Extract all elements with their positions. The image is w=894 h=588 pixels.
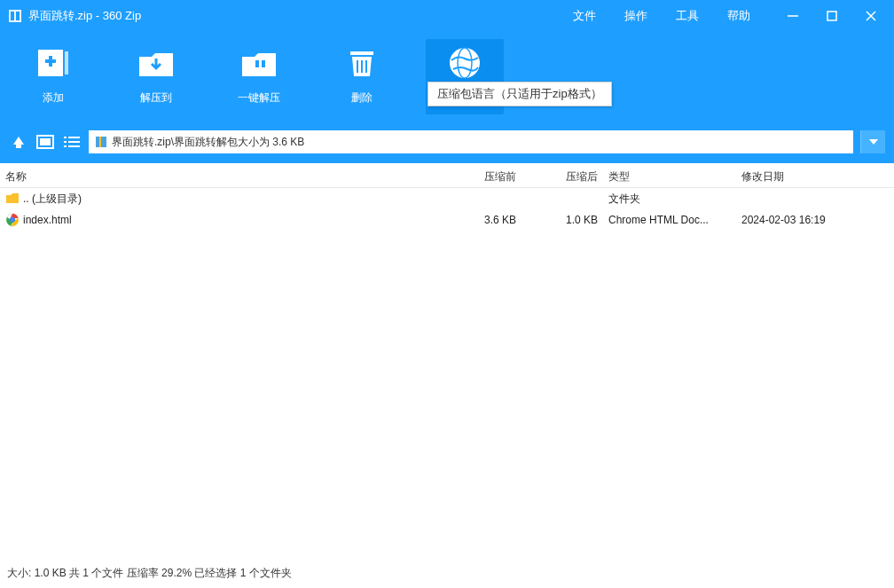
file-before: 3.6 KB xyxy=(445,214,522,226)
svg-rect-2 xyxy=(16,12,20,20)
file-after: 1.0 KB xyxy=(522,214,603,226)
status-bar: 大小: 1.0 KB 共 1 个文件 压缩率 29.2% 已经选择 1 个文件夹 xyxy=(0,562,894,584)
file-list: .. (上级目录) 文件夹 index.html 3.6 KB 1.0 KB C… xyxy=(0,188,894,569)
add-button[interactable]: 添加 xyxy=(27,44,80,106)
folder-icon xyxy=(5,192,20,206)
svg-rect-25 xyxy=(64,145,67,147)
extract-to-button[interactable]: 解压到 xyxy=(129,44,183,106)
navbar: 界面跳转.zip\界面跳转解包大小为 3.6 KB xyxy=(0,128,894,163)
one-click-icon xyxy=(239,44,279,82)
one-click-label: 一键解压 xyxy=(238,90,280,106)
delete-label: 删除 xyxy=(351,90,372,106)
svg-rect-12 xyxy=(262,60,265,67)
svg-rect-11 xyxy=(255,60,259,67)
svg-rect-22 xyxy=(68,137,80,138)
zip-icon xyxy=(94,135,108,149)
column-headers: 名称 压缩前 压缩后 类型 修改日期 xyxy=(0,163,894,188)
svg-rect-4 xyxy=(827,12,836,20)
path-input[interactable]: 界面跳转.zip\界面跳转解包大小为 3.6 KB xyxy=(89,130,853,153)
view-list-button[interactable] xyxy=(62,132,82,152)
add-icon xyxy=(33,44,74,82)
globe-icon xyxy=(444,44,485,82)
header-type[interactable]: 类型 xyxy=(603,169,736,184)
parent-dir-row[interactable]: .. (上级目录) 文件夹 xyxy=(0,188,894,209)
svg-rect-1 xyxy=(11,12,14,20)
extract-to-icon xyxy=(136,44,176,82)
svg-rect-20 xyxy=(40,138,51,145)
minimize-button[interactable] xyxy=(786,9,800,23)
status-text: 大小: 1.0 KB 共 1 个文件 压缩率 29.2% 已经选择 1 个文件夹 xyxy=(7,567,292,579)
header-before[interactable]: 压缩前 xyxy=(445,169,522,184)
menu-file[interactable]: 文件 xyxy=(573,8,596,24)
file-date: 2024-02-03 16:19 xyxy=(736,214,894,226)
delete-icon xyxy=(341,44,382,82)
up-button[interactable] xyxy=(9,132,28,152)
chrome-icon xyxy=(5,213,20,227)
toolbar: 添加 解压到 一键解压 删除 压缩包语言 压缩包语言（只适用于zip格式） xyxy=(0,32,894,128)
parent-dir-name: .. (上级目录) xyxy=(23,192,82,207)
menu-bar: 文件 操作 工具 帮助 xyxy=(573,8,786,24)
header-after[interactable]: 压缩后 xyxy=(522,169,603,184)
window-title: 界面跳转.zip - 360 Zip xyxy=(28,8,141,24)
path-text: 界面跳转.zip\界面跳转解包大小为 3.6 KB xyxy=(112,135,304,150)
svg-rect-23 xyxy=(64,141,67,143)
svg-rect-28 xyxy=(99,137,101,147)
file-type: Chrome HTML Doc... xyxy=(603,214,736,226)
path-dropdown-button[interactable] xyxy=(860,130,885,153)
svg-rect-13 xyxy=(350,51,373,55)
svg-rect-9 xyxy=(49,56,52,67)
one-click-extract-button[interactable]: 一键解压 xyxy=(232,44,286,106)
file-name: index.html xyxy=(23,214,72,226)
language-tooltip: 压缩包语言（只适用于zip格式） xyxy=(427,82,612,106)
extract-to-label: 解压到 xyxy=(140,90,172,106)
view-thumbnail-button[interactable] xyxy=(35,132,55,152)
svg-rect-24 xyxy=(68,141,80,143)
app-icon xyxy=(7,8,23,24)
menu-tool[interactable]: 工具 xyxy=(676,8,699,24)
svg-rect-21 xyxy=(64,137,67,138)
delete-button[interactable]: 删除 xyxy=(335,44,388,106)
svg-rect-10 xyxy=(65,51,68,74)
parent-dir-type: 文件夹 xyxy=(603,192,736,207)
window-controls xyxy=(786,9,887,23)
maximize-button[interactable] xyxy=(825,9,839,23)
header-name[interactable]: 名称 xyxy=(0,169,445,184)
svg-point-17 xyxy=(450,48,480,78)
svg-rect-26 xyxy=(68,145,80,147)
menu-help[interactable]: 帮助 xyxy=(727,8,750,24)
add-label: 添加 xyxy=(43,90,64,106)
titlebar: 界面跳转.zip - 360 Zip 文件 操作 工具 帮助 xyxy=(0,0,894,32)
close-button[interactable] xyxy=(864,9,878,23)
header-date[interactable]: 修改日期 xyxy=(736,169,894,184)
menu-operate[interactable]: 操作 xyxy=(624,8,647,24)
file-row[interactable]: index.html 3.6 KB 1.0 KB Chrome HTML Doc… xyxy=(0,209,894,231)
